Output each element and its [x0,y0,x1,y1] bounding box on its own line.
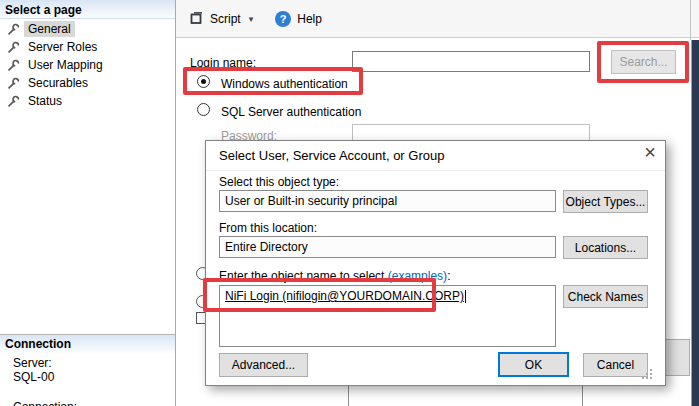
wrench-icon [7,41,20,54]
select-a-page-header: Select a page [0,0,175,19]
sidebar-item-label: User Mapping [24,57,107,73]
help-button[interactable]: ? Help [269,7,328,31]
chevron-down-icon[interactable]: ▾ [249,14,254,24]
script-button-label: Script [210,12,241,26]
object-name-textarea[interactable]: NiFi Login (nifilogin@YOURDOMAIN.CORP) [219,285,556,347]
background-field-edge [582,385,583,406]
dialog-title: Select User, Service Account, or Group [219,148,444,163]
page-list: General Server Roles User Mapping [0,20,175,110]
help-button-label: Help [297,12,322,26]
cancel-button[interactable]: Cancel [583,353,648,377]
wrench-icon [7,95,20,108]
window-edge-line [690,0,691,40]
locations-button[interactable]: Locations... [563,236,648,259]
sidebar-item-label: Status [24,93,66,109]
sidebar-item-label: Server Roles [24,39,101,55]
script-icon [189,11,204,26]
server-value: SQL-00 [13,370,54,384]
object-type-label: Select this object type: [219,175,339,189]
object-name-label-colon: : [447,269,450,283]
location-label: From this location: [219,221,317,235]
select-a-page-panel: Select a page General Server Roles [0,0,176,406]
sql-auth-radio[interactable] [197,103,210,116]
wrench-icon [7,77,20,90]
background-field-edge [348,385,349,406]
sidebar-item-securables[interactable]: Securables [0,74,175,92]
text-cursor [465,290,466,303]
location-field: Entire Directory [219,236,556,258]
close-icon[interactable]: × [644,142,656,162]
connection-header: Connection [0,334,175,353]
titlebar-divider [206,170,665,171]
sql-auth-label: SQL Server authentication [221,105,361,119]
object-name-label: Enter the object name to select (example… [219,269,450,283]
radio-dot [201,79,206,84]
login-name-input[interactable] [352,51,590,72]
select-user-dialog: Select User, Service Account, or Group ×… [205,140,666,386]
wrench-icon [7,23,20,36]
sidebar-item-user-mapping[interactable]: User Mapping [0,56,175,74]
sidebar-item-label: General [24,21,75,37]
advanced-button[interactable]: Advanced... [219,353,308,377]
object-types-button[interactable]: Object Types... [563,190,648,213]
examples-link[interactable]: (examples) [388,269,447,283]
help-icon: ? [275,11,291,27]
ok-button[interactable]: OK [498,352,569,377]
connection-clipped-label: Connection: [13,400,77,406]
login-new-window: Select a page General Server Roles [0,0,699,406]
sidebar-item-status[interactable]: Status [0,92,175,110]
object-type-field: User or Built-in security principal [219,190,556,212]
windows-auth-radio[interactable] [197,75,210,88]
sidebar-item-label: Securables [24,75,92,91]
dialog-toolbar: Script ▾ ? Help [176,0,699,38]
server-label: Server: [13,356,52,370]
sidebar-item-server-roles[interactable]: Server Roles [0,38,175,56]
check-names-button[interactable]: Check Names [563,285,648,308]
script-button[interactable]: Script ▾ [183,7,259,30]
object-name-label-text: Enter the object name to select [219,269,388,283]
wrench-icon [7,59,20,72]
background-strip [691,40,699,406]
login-name-label: Login name: [190,56,256,70]
search-button[interactable]: Search... [611,50,676,74]
windows-auth-label: Windows authentication [221,77,348,91]
resize-grip[interactable] [650,369,652,371]
sidebar-item-general[interactable]: General [0,20,175,38]
object-name-value: NiFi Login (nifilogin@YOURDOMAIN.CORP) [225,289,464,303]
